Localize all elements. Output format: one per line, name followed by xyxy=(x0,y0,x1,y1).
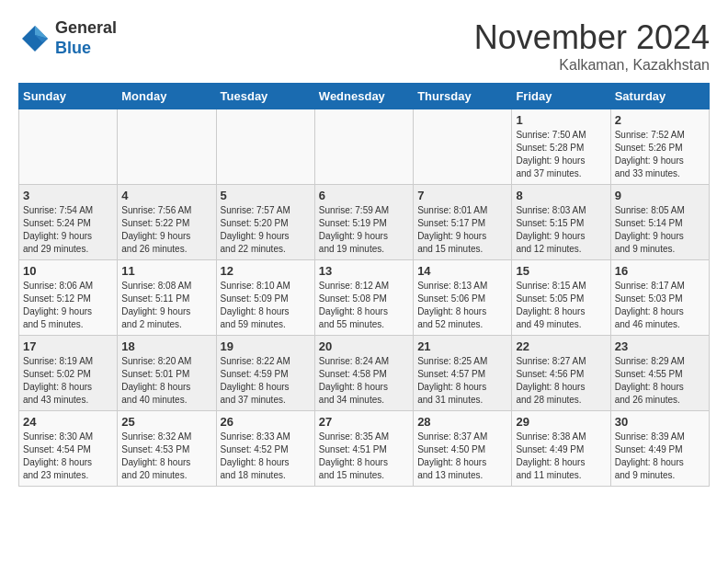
day-info: Sunrise: 8:35 AM Sunset: 4:51 PM Dayligh… xyxy=(319,431,409,482)
location: Kalkaman, Kazakhstan xyxy=(474,57,710,74)
day-number: 3 xyxy=(23,189,113,202)
day-info: Sunrise: 8:38 AM Sunset: 4:49 PM Dayligh… xyxy=(516,431,606,482)
logo-text: General Blue xyxy=(55,18,117,58)
calendar-cell: 11Sunrise: 8:08 AM Sunset: 5:11 PM Dayli… xyxy=(118,260,216,336)
day-info: Sunrise: 8:39 AM Sunset: 4:49 PM Dayligh… xyxy=(615,431,705,482)
day-info: Sunrise: 8:27 AM Sunset: 4:56 PM Dayligh… xyxy=(516,355,606,407)
calendar-cell: 21Sunrise: 8:25 AM Sunset: 4:57 PM Dayli… xyxy=(414,336,512,411)
page-header: General Blue November 2024 Kalkaman, Kaz… xyxy=(18,18,710,74)
calendar-cell: 25Sunrise: 8:32 AM Sunset: 4:53 PM Dayli… xyxy=(118,411,216,487)
calendar-cell: 9Sunrise: 8:05 AM Sunset: 5:14 PM Daylig… xyxy=(610,185,709,260)
day-number: 25 xyxy=(121,415,211,429)
day-info: Sunrise: 8:06 AM Sunset: 5:12 PM Dayligh… xyxy=(23,280,113,331)
calendar-cell: 12Sunrise: 8:10 AM Sunset: 5:09 PM Dayli… xyxy=(216,260,314,336)
day-number: 16 xyxy=(615,264,705,278)
day-number: 4 xyxy=(121,189,211,202)
day-number: 8 xyxy=(516,189,606,202)
calendar-cell: 26Sunrise: 8:33 AM Sunset: 4:52 PM Dayli… xyxy=(216,411,314,487)
day-number: 12 xyxy=(221,264,311,278)
calendar-cell: 15Sunrise: 8:15 AM Sunset: 5:05 PM Dayli… xyxy=(512,260,610,336)
weekday-header-friday: Friday xyxy=(512,84,610,109)
day-info: Sunrise: 8:13 AM Sunset: 5:06 PM Dayligh… xyxy=(417,280,507,331)
day-info: Sunrise: 8:25 AM Sunset: 4:57 PM Dayligh… xyxy=(417,355,507,407)
day-info: Sunrise: 8:37 AM Sunset: 4:50 PM Dayligh… xyxy=(417,431,507,482)
day-number: 19 xyxy=(221,339,311,353)
day-number: 17 xyxy=(23,339,113,353)
day-number: 9 xyxy=(615,189,705,202)
day-number: 6 xyxy=(319,189,409,202)
day-info: Sunrise: 8:05 AM Sunset: 5:14 PM Dayligh… xyxy=(615,204,705,256)
day-number: 1 xyxy=(516,113,606,127)
day-number: 11 xyxy=(121,264,211,278)
day-number: 18 xyxy=(121,339,211,353)
day-info: Sunrise: 8:20 AM Sunset: 5:01 PM Dayligh… xyxy=(121,355,211,407)
day-number: 24 xyxy=(23,415,113,429)
day-info: Sunrise: 8:15 AM Sunset: 5:05 PM Dayligh… xyxy=(516,280,606,331)
calendar-cell: 28Sunrise: 8:37 AM Sunset: 4:50 PM Dayli… xyxy=(414,411,512,487)
calendar-cell xyxy=(19,109,118,185)
day-info: Sunrise: 7:54 AM Sunset: 5:24 PM Dayligh… xyxy=(23,204,113,256)
day-number: 14 xyxy=(417,264,507,278)
weekday-header-wednesday: Wednesday xyxy=(314,84,413,109)
calendar-cell: 8Sunrise: 8:03 AM Sunset: 5:15 PM Daylig… xyxy=(512,185,610,260)
calendar-table: SundayMondayTuesdayWednesdayThursdayFrid… xyxy=(18,83,710,487)
calendar-cell: 3Sunrise: 7:54 AM Sunset: 5:24 PM Daylig… xyxy=(19,185,118,260)
weekday-header-monday: Monday xyxy=(118,84,216,109)
day-number: 21 xyxy=(417,339,507,353)
day-number: 10 xyxy=(23,264,113,278)
calendar-cell: 23Sunrise: 8:29 AM Sunset: 4:55 PM Dayli… xyxy=(610,336,709,411)
calendar-cell: 4Sunrise: 7:56 AM Sunset: 5:22 PM Daylig… xyxy=(118,185,216,260)
day-info: Sunrise: 8:33 AM Sunset: 4:52 PM Dayligh… xyxy=(221,431,311,482)
calendar-cell: 17Sunrise: 8:19 AM Sunset: 5:02 PM Dayli… xyxy=(19,336,118,411)
calendar-cell xyxy=(216,109,314,185)
calendar-cell: 6Sunrise: 7:59 AM Sunset: 5:19 PM Daylig… xyxy=(314,185,413,260)
day-info: Sunrise: 7:56 AM Sunset: 5:22 PM Dayligh… xyxy=(121,204,211,256)
day-number: 27 xyxy=(319,415,409,429)
day-info: Sunrise: 8:29 AM Sunset: 4:55 PM Dayligh… xyxy=(615,355,705,407)
weekday-header-sunday: Sunday xyxy=(19,84,118,109)
calendar-cell: 27Sunrise: 8:35 AM Sunset: 4:51 PM Dayli… xyxy=(314,411,413,487)
calendar-cell xyxy=(118,109,216,185)
calendar-cell: 16Sunrise: 8:17 AM Sunset: 5:03 PM Dayli… xyxy=(610,260,709,336)
day-info: Sunrise: 8:32 AM Sunset: 4:53 PM Dayligh… xyxy=(121,431,211,482)
calendar-cell: 30Sunrise: 8:39 AM Sunset: 4:49 PM Dayli… xyxy=(610,411,709,487)
logo-icon xyxy=(18,22,51,55)
calendar-cell: 18Sunrise: 8:20 AM Sunset: 5:01 PM Dayli… xyxy=(118,336,216,411)
calendar-cell: 5Sunrise: 7:57 AM Sunset: 5:20 PM Daylig… xyxy=(216,185,314,260)
day-info: Sunrise: 7:57 AM Sunset: 5:20 PM Dayligh… xyxy=(221,204,311,256)
day-number: 29 xyxy=(516,415,606,429)
day-info: Sunrise: 8:30 AM Sunset: 4:54 PM Dayligh… xyxy=(23,431,113,482)
weekday-header-thursday: Thursday xyxy=(414,84,512,109)
weekday-header-saturday: Saturday xyxy=(610,84,709,109)
day-info: Sunrise: 8:24 AM Sunset: 4:58 PM Dayligh… xyxy=(319,355,409,407)
calendar-cell: 10Sunrise: 8:06 AM Sunset: 5:12 PM Dayli… xyxy=(19,260,118,336)
day-number: 22 xyxy=(516,339,606,353)
calendar-cell: 7Sunrise: 8:01 AM Sunset: 5:17 PM Daylig… xyxy=(414,185,512,260)
day-info: Sunrise: 8:12 AM Sunset: 5:08 PM Dayligh… xyxy=(319,280,409,331)
title-block: November 2024 Kalkaman, Kazakhstan xyxy=(474,18,710,74)
day-info: Sunrise: 8:08 AM Sunset: 5:11 PM Dayligh… xyxy=(121,280,211,331)
calendar-cell: 22Sunrise: 8:27 AM Sunset: 4:56 PM Dayli… xyxy=(512,336,610,411)
day-info: Sunrise: 7:50 AM Sunset: 5:28 PM Dayligh… xyxy=(516,129,606,180)
day-info: Sunrise: 8:19 AM Sunset: 5:02 PM Dayligh… xyxy=(23,355,113,407)
calendar-cell: 29Sunrise: 8:38 AM Sunset: 4:49 PM Dayli… xyxy=(512,411,610,487)
day-info: Sunrise: 8:01 AM Sunset: 5:17 PM Dayligh… xyxy=(417,204,507,256)
calendar-cell xyxy=(314,109,413,185)
day-number: 7 xyxy=(417,189,507,202)
day-info: Sunrise: 8:22 AM Sunset: 4:59 PM Dayligh… xyxy=(221,355,311,407)
calendar-cell: 14Sunrise: 8:13 AM Sunset: 5:06 PM Dayli… xyxy=(414,260,512,336)
day-info: Sunrise: 8:17 AM Sunset: 5:03 PM Dayligh… xyxy=(615,280,705,331)
day-number: 26 xyxy=(221,415,311,429)
calendar-cell: 19Sunrise: 8:22 AM Sunset: 4:59 PM Dayli… xyxy=(216,336,314,411)
day-number: 5 xyxy=(221,189,311,202)
day-number: 30 xyxy=(615,415,705,429)
calendar-cell: 20Sunrise: 8:24 AM Sunset: 4:58 PM Dayli… xyxy=(314,336,413,411)
calendar-cell xyxy=(414,109,512,185)
day-info: Sunrise: 7:52 AM Sunset: 5:26 PM Dayligh… xyxy=(615,129,705,180)
logo: General Blue xyxy=(18,18,117,58)
day-number: 15 xyxy=(516,264,606,278)
calendar-cell: 2Sunrise: 7:52 AM Sunset: 5:26 PM Daylig… xyxy=(610,109,709,185)
day-info: Sunrise: 7:59 AM Sunset: 5:19 PM Dayligh… xyxy=(319,204,409,256)
day-number: 20 xyxy=(319,339,409,353)
day-number: 13 xyxy=(319,264,409,278)
